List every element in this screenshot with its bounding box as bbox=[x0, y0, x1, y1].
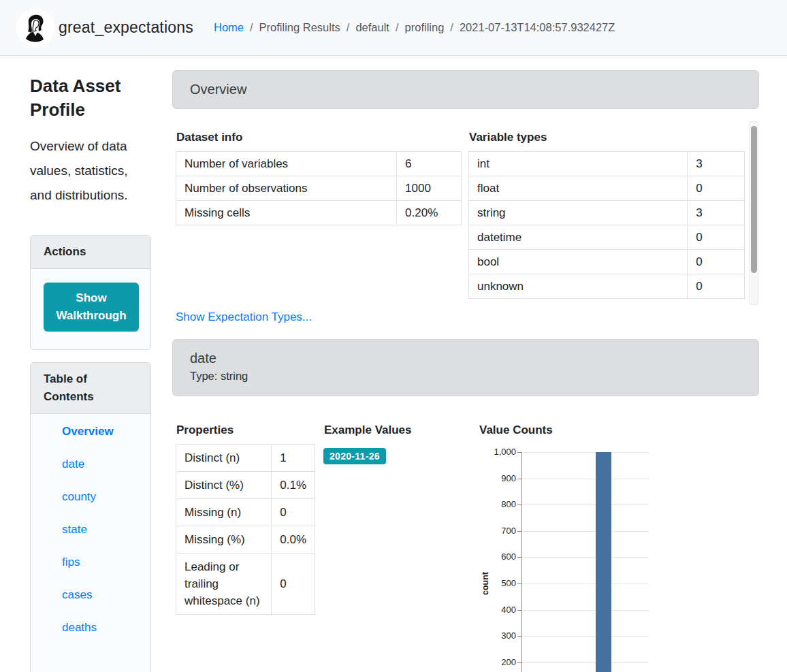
page-description: Overview of data values, statistics, and… bbox=[30, 134, 151, 208]
variable-type-row: string3 bbox=[469, 201, 745, 225]
toc-item-cases[interactable]: cases bbox=[62, 588, 150, 602]
breadcrumb-items: /Profiling Results/default/profiling/202… bbox=[244, 21, 615, 34]
chart-gridline bbox=[521, 636, 649, 637]
variable-type-row-value: 0 bbox=[688, 274, 745, 299]
brand-title: great_expectations bbox=[59, 18, 193, 37]
property-row-label: Distinct (n) bbox=[176, 445, 272, 472]
property-row: Missing (%)0.0% bbox=[176, 526, 315, 554]
toc-item-county[interactable]: county bbox=[62, 490, 150, 504]
property-row-label: Missing (%) bbox=[176, 526, 272, 554]
property-row-value: 0 bbox=[272, 499, 315, 526]
chart-gridline bbox=[521, 557, 649, 558]
sidebar: Data Asset Profile Overview of data valu… bbox=[30, 70, 151, 672]
main-content: Overview Dataset info Number of variable… bbox=[172, 70, 759, 672]
variable-type-row: datetime0 bbox=[469, 225, 745, 250]
chart-tick-label: 600 bbox=[479, 552, 516, 562]
variable-types-title: Variable types bbox=[469, 131, 745, 144]
chart-tick-label: 1,000 bbox=[479, 447, 516, 457]
property-row-label: Missing (n) bbox=[176, 499, 272, 526]
actions-card-header: Actions bbox=[31, 236, 150, 269]
example-values-column: Example Values 2020-11-26 bbox=[323, 415, 470, 672]
page-title: Data Asset Profile bbox=[30, 74, 151, 122]
property-row-value: 0.0% bbox=[272, 526, 315, 554]
variable-type-row: float0 bbox=[469, 176, 745, 201]
variable-type-row-label: datetime bbox=[469, 225, 688, 250]
dataset-info-title: Dataset info bbox=[176, 131, 462, 144]
toc-item-state[interactable]: state bbox=[62, 523, 150, 537]
variable-type-row-label: string bbox=[469, 201, 688, 225]
properties-title: Properties bbox=[176, 423, 315, 437]
chart-tick-label: 800 bbox=[479, 500, 516, 509]
value-counts-chart: count1,000900800700600500400300200 bbox=[479, 444, 759, 672]
date-section-title: date bbox=[190, 350, 758, 366]
breadcrumb-item: default bbox=[355, 21, 389, 33]
toc-item-date[interactable]: date bbox=[62, 458, 150, 471]
variable-type-row-label: float bbox=[469, 176, 688, 201]
breadcrumb-separator: / bbox=[244, 21, 259, 33]
variable-type-row-value: 3 bbox=[688, 152, 745, 176]
property-row-label: Distinct (%) bbox=[176, 472, 272, 499]
value-counts-column: Value Counts count1,00090080070060050040… bbox=[479, 415, 759, 672]
variable-type-row-value: 0 bbox=[688, 176, 745, 201]
toc-card-header: Table of Contents bbox=[31, 363, 150, 414]
overview-scrollbar-track[interactable] bbox=[749, 121, 758, 305]
overview-section-header: Overview bbox=[172, 70, 759, 109]
toc-item-deaths[interactable]: deaths bbox=[62, 621, 150, 635]
toc-card-body: Overviewdatecountystatefipscasesdeaths bbox=[31, 414, 150, 672]
chart-tick-label: 700 bbox=[479, 526, 516, 536]
date-section-type: Type: string bbox=[190, 370, 758, 383]
show-walkthrough-button[interactable]: Show Walkthrough bbox=[44, 283, 139, 332]
breadcrumb-item: profiling bbox=[405, 21, 445, 33]
chart-y-axis bbox=[521, 452, 522, 672]
variable-type-row-label: unknown bbox=[469, 274, 688, 299]
chart-bar[interactable] bbox=[596, 452, 611, 672]
example-values-title: Example Values bbox=[324, 423, 470, 437]
show-expectation-types-link[interactable]: Show Expectation Types... bbox=[176, 310, 312, 324]
overview-section-title: Overview bbox=[190, 82, 246, 97]
dataset-info-row-value: 1000 bbox=[397, 176, 462, 201]
top-navbar: great_expectations Home /Profiling Resul… bbox=[0, 0, 787, 56]
great-expectations-logo-icon bbox=[16, 9, 54, 47]
dataset-info-row: Number of variables6 bbox=[176, 152, 462, 176]
property-row-value: 0.1% bbox=[272, 472, 315, 499]
property-row: Missing (n)0 bbox=[176, 499, 315, 526]
variable-type-row-value: 0 bbox=[688, 250, 745, 274]
chart-gridline bbox=[521, 505, 649, 505]
properties-column: Properties Distinct (n)1Distinct (%)0.1%… bbox=[176, 415, 315, 672]
overview-scrollbar-thumb[interactable] bbox=[751, 126, 757, 273]
chart-tick-label: 500 bbox=[479, 579, 516, 588]
dataset-info-row-label: Number of observations bbox=[176, 176, 397, 201]
property-row: Distinct (%)0.1% bbox=[176, 472, 315, 499]
chart-gridline bbox=[521, 531, 649, 532]
dataset-info-row-label: Missing cells bbox=[176, 201, 397, 225]
toc-item-fips[interactable]: fips bbox=[62, 556, 150, 569]
actions-card-body: Show Walkthrough bbox=[31, 269, 150, 349]
breadcrumb: Home /Profiling Results/default/profilin… bbox=[214, 21, 615, 34]
property-row: Distinct (n)1 bbox=[176, 445, 315, 472]
variable-type-row: int3 bbox=[469, 152, 745, 176]
toc-item-overview[interactable]: Overview bbox=[62, 425, 150, 438]
chart-tick-label: 200 bbox=[479, 658, 516, 667]
example-value-badge: 2020-11-26 bbox=[323, 448, 386, 464]
variable-type-row: bool0 bbox=[469, 250, 745, 274]
date-section-header: date Type: string bbox=[172, 339, 759, 396]
chart-gridline bbox=[521, 662, 649, 663]
overview-section-body: Dataset info Number of variables6Number … bbox=[172, 123, 759, 305]
chart-tick-label: 900 bbox=[479, 474, 516, 483]
variable-type-row-value: 3 bbox=[688, 201, 745, 225]
date-detail-row: Properties Distinct (n)1Distinct (%)0.1%… bbox=[172, 415, 759, 672]
value-counts-title: Value Counts bbox=[479, 423, 759, 437]
breadcrumb-separator: / bbox=[444, 21, 460, 33]
chart-gridline bbox=[521, 610, 649, 611]
breadcrumb-home-link[interactable]: Home bbox=[214, 21, 244, 34]
variable-type-row-value: 0 bbox=[688, 225, 745, 250]
dataset-info-column: Dataset info Number of variables6Number … bbox=[176, 123, 462, 305]
dataset-info-table: Number of variables6Number of observatio… bbox=[176, 151, 462, 225]
property-row-value: 1 bbox=[272, 445, 315, 472]
dataset-info-row-value: 6 bbox=[397, 152, 462, 176]
variable-types-table: int3float0string3datetime0bool0unknown0 bbox=[468, 151, 745, 299]
dataset-info-row: Missing cells0.20% bbox=[176, 201, 462, 225]
properties-table: Distinct (n)1Distinct (%)0.1%Missing (n)… bbox=[176, 444, 315, 615]
portrait-logo-icon bbox=[16, 9, 54, 47]
chart-tick-label: 300 bbox=[479, 631, 516, 641]
